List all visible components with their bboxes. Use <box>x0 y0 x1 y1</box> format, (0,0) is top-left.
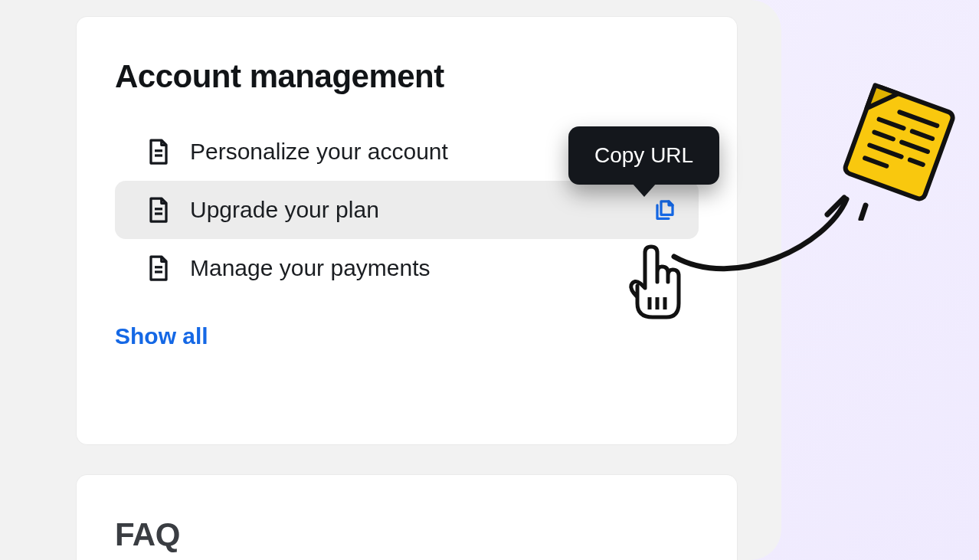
item-upgrade-plan[interactable]: Upgrade your plan <box>115 181 699 239</box>
account-card: Account management Personalize your acco… <box>77 17 737 444</box>
document-icon <box>147 254 170 282</box>
svg-line-9 <box>827 198 844 215</box>
document-icon <box>147 196 170 224</box>
faq-card: FAQ <box>77 475 737 560</box>
account-title: Account management <box>115 58 699 95</box>
item-manage-payments[interactable]: Manage your payments <box>115 239 699 297</box>
item-label: Upgrade your plan <box>190 197 650 223</box>
document-icon <box>147 138 170 165</box>
show-all-link[interactable]: Show all <box>115 323 208 349</box>
item-label: Manage your payments <box>190 255 680 281</box>
flying-note-illustration <box>821 83 959 221</box>
hand-cursor-icon <box>624 244 685 320</box>
copy-url-tooltip: Copy URL <box>568 126 719 185</box>
svg-rect-11 <box>843 85 954 200</box>
faq-title: FAQ <box>115 516 699 553</box>
svg-line-10 <box>861 205 866 219</box>
